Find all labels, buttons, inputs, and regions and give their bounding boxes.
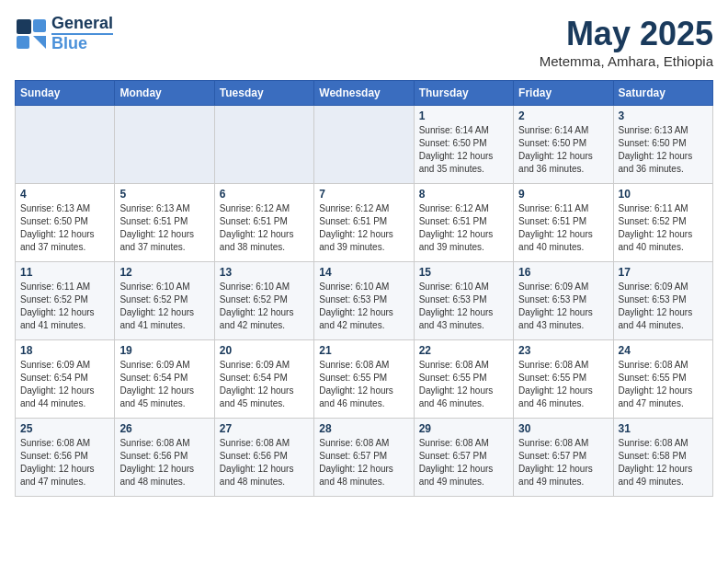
calendar-week-4: 18Sunrise: 6:09 AMSunset: 6:54 PMDayligh… <box>16 340 713 419</box>
day-number: 14 <box>319 266 408 279</box>
title-block: May 2025 Metemma, Amhara, Ethiopia <box>540 15 713 69</box>
day-info: Sunrise: 6:08 AMSunset: 6:55 PMDaylight:… <box>619 359 708 410</box>
svg-rect-0 <box>17 19 31 34</box>
day-info: Sunrise: 6:10 AMSunset: 6:52 PMDaylight:… <box>220 281 309 332</box>
calendar-cell: 1Sunrise: 6:14 AMSunset: 6:50 PMDaylight… <box>414 106 513 184</box>
svg-marker-3 <box>33 36 46 49</box>
calendar-cell: 2Sunrise: 6:14 AMSunset: 6:50 PMDaylight… <box>514 106 613 184</box>
day-info: Sunrise: 6:10 AMSunset: 6:53 PMDaylight:… <box>419 281 508 332</box>
day-info: Sunrise: 6:10 AMSunset: 6:53 PMDaylight:… <box>319 281 408 332</box>
day-info: Sunrise: 6:13 AMSunset: 6:51 PMDaylight:… <box>119 202 209 254</box>
day-info: Sunrise: 6:14 AMSunset: 6:50 PMDaylight:… <box>419 124 508 176</box>
calendar-cell: 5Sunrise: 6:13 AMSunset: 6:51 PMDaylight… <box>115 184 214 262</box>
day-info: Sunrise: 6:08 AMSunset: 6:55 PMDaylight:… <box>518 359 608 410</box>
calendar-cell: 4Sunrise: 6:13 AMSunset: 6:50 PMDaylight… <box>16 184 115 262</box>
day-number: 22 <box>419 344 508 357</box>
calendar-cell: 8Sunrise: 6:12 AMSunset: 6:51 PMDaylight… <box>414 184 513 262</box>
calendar-cell: 29Sunrise: 6:08 AMSunset: 6:57 PMDayligh… <box>414 419 513 497</box>
calendar-cell: 16Sunrise: 6:09 AMSunset: 6:53 PMDayligh… <box>514 262 613 340</box>
day-number: 12 <box>119 266 209 279</box>
day-info: Sunrise: 6:11 AMSunset: 6:52 PMDaylight:… <box>20 281 109 332</box>
day-info: Sunrise: 6:08 AMSunset: 6:56 PMDaylight:… <box>220 437 309 488</box>
day-info: Sunrise: 6:08 AMSunset: 6:55 PMDaylight:… <box>319 359 408 410</box>
day-number: 8 <box>419 188 508 201</box>
calendar-cell: 30Sunrise: 6:08 AMSunset: 6:57 PMDayligh… <box>514 419 613 497</box>
day-number: 7 <box>319 188 408 201</box>
calendar-cell: 3Sunrise: 6:13 AMSunset: 6:50 PMDaylight… <box>613 106 712 184</box>
day-info: Sunrise: 6:11 AMSunset: 6:52 PMDaylight:… <box>619 202 708 254</box>
day-info: Sunrise: 6:08 AMSunset: 6:58 PMDaylight:… <box>619 437 708 488</box>
calendar-cell: 9Sunrise: 6:11 AMSunset: 6:51 PMDaylight… <box>514 184 613 262</box>
weekday-header-wednesday: Wednesday <box>314 81 414 106</box>
day-number: 18 <box>20 344 109 357</box>
day-number: 19 <box>119 344 209 357</box>
day-number: 27 <box>220 422 309 435</box>
month-title: May 2025 <box>540 15 713 53</box>
day-number: 10 <box>619 188 708 201</box>
day-info: Sunrise: 6:12 AMSunset: 6:51 PMDaylight:… <box>419 202 508 254</box>
page-header: General Blue May 2025 Metemma, Amhara, E… <box>15 15 713 69</box>
calendar-cell <box>314 106 414 184</box>
calendar-cell: 25Sunrise: 6:08 AMSunset: 6:56 PMDayligh… <box>16 419 115 497</box>
calendar-cell: 28Sunrise: 6:08 AMSunset: 6:57 PMDayligh… <box>314 419 414 497</box>
day-info: Sunrise: 6:08 AMSunset: 6:57 PMDaylight:… <box>319 437 408 488</box>
calendar-table: SundayMondayTuesdayWednesdayThursdayFrid… <box>15 80 713 497</box>
calendar-cell: 7Sunrise: 6:12 AMSunset: 6:51 PMDaylight… <box>314 184 414 262</box>
logo-blue: Blue <box>51 33 113 53</box>
calendar-cell: 17Sunrise: 6:09 AMSunset: 6:53 PMDayligh… <box>613 262 712 340</box>
day-number: 17 <box>619 266 708 279</box>
day-number: 24 <box>619 344 708 357</box>
calendar-cell: 22Sunrise: 6:08 AMSunset: 6:55 PMDayligh… <box>414 340 513 419</box>
calendar-cell: 26Sunrise: 6:08 AMSunset: 6:56 PMDayligh… <box>115 419 214 497</box>
calendar-cell: 21Sunrise: 6:08 AMSunset: 6:55 PMDayligh… <box>314 340 414 419</box>
day-number: 31 <box>619 422 708 435</box>
day-number: 28 <box>319 422 408 435</box>
day-info: Sunrise: 6:11 AMSunset: 6:51 PMDaylight:… <box>518 202 608 254</box>
day-info: Sunrise: 6:12 AMSunset: 6:51 PMDaylight:… <box>319 202 408 254</box>
weekday-header-sunday: Sunday <box>16 81 115 106</box>
weekday-header-row: SundayMondayTuesdayWednesdayThursdayFrid… <box>16 81 713 106</box>
weekday-header-monday: Monday <box>115 81 214 106</box>
day-info: Sunrise: 6:13 AMSunset: 6:50 PMDaylight:… <box>20 202 109 254</box>
calendar-cell: 14Sunrise: 6:10 AMSunset: 6:53 PMDayligh… <box>314 262 414 340</box>
day-info: Sunrise: 6:09 AMSunset: 6:54 PMDaylight:… <box>20 359 109 410</box>
day-number: 16 <box>518 266 608 279</box>
day-number: 25 <box>20 422 109 435</box>
day-number: 1 <box>419 109 508 122</box>
location-subtitle: Metemma, Amhara, Ethiopia <box>540 53 713 69</box>
calendar-cell: 19Sunrise: 6:09 AMSunset: 6:54 PMDayligh… <box>115 340 214 419</box>
calendar-cell: 12Sunrise: 6:10 AMSunset: 6:52 PMDayligh… <box>115 262 214 340</box>
day-number: 30 <box>518 422 608 435</box>
calendar-cell: 20Sunrise: 6:09 AMSunset: 6:54 PMDayligh… <box>214 340 313 419</box>
calendar-cell <box>115 106 214 184</box>
calendar-cell <box>214 106 313 184</box>
svg-rect-1 <box>33 19 46 32</box>
calendar-cell: 11Sunrise: 6:11 AMSunset: 6:52 PMDayligh… <box>16 262 115 340</box>
calendar-cell: 24Sunrise: 6:08 AMSunset: 6:55 PMDayligh… <box>613 340 712 419</box>
day-info: Sunrise: 6:12 AMSunset: 6:51 PMDaylight:… <box>220 202 309 254</box>
day-number: 23 <box>518 344 608 357</box>
calendar-cell: 18Sunrise: 6:09 AMSunset: 6:54 PMDayligh… <box>16 340 115 419</box>
day-info: Sunrise: 6:09 AMSunset: 6:54 PMDaylight:… <box>119 359 209 410</box>
logo: General Blue <box>15 15 113 53</box>
calendar-week-3: 11Sunrise: 6:11 AMSunset: 6:52 PMDayligh… <box>16 262 713 340</box>
day-number: 21 <box>319 344 408 357</box>
calendar-cell: 6Sunrise: 6:12 AMSunset: 6:51 PMDaylight… <box>214 184 313 262</box>
day-number: 2 <box>518 109 608 122</box>
day-number: 5 <box>119 188 209 201</box>
calendar-cell: 15Sunrise: 6:10 AMSunset: 6:53 PMDayligh… <box>414 262 513 340</box>
day-info: Sunrise: 6:13 AMSunset: 6:50 PMDaylight:… <box>619 124 708 176</box>
logo-general: General <box>51 15 113 33</box>
svg-rect-2 <box>17 36 29 49</box>
day-number: 3 <box>619 109 708 122</box>
day-info: Sunrise: 6:08 AMSunset: 6:57 PMDaylight:… <box>419 437 508 488</box>
day-info: Sunrise: 6:08 AMSunset: 6:57 PMDaylight:… <box>518 437 608 488</box>
weekday-header-tuesday: Tuesday <box>214 81 313 106</box>
calendar-cell <box>16 106 115 184</box>
day-info: Sunrise: 6:09 AMSunset: 6:53 PMDaylight:… <box>518 281 608 332</box>
day-info: Sunrise: 6:09 AMSunset: 6:53 PMDaylight:… <box>619 281 708 332</box>
day-number: 15 <box>419 266 508 279</box>
weekday-header-friday: Friday <box>514 81 613 106</box>
calendar-cell: 13Sunrise: 6:10 AMSunset: 6:52 PMDayligh… <box>214 262 313 340</box>
day-number: 13 <box>220 266 309 279</box>
